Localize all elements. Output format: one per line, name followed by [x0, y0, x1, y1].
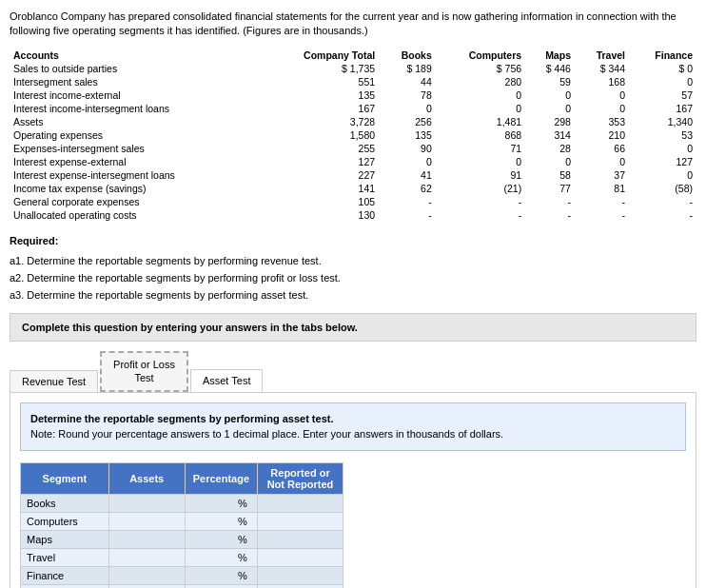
table-cell: 0 [436, 102, 525, 115]
tab-content: Determine the reportable segments by per… [10, 392, 696, 588]
reported-input-cell[interactable] [258, 512, 343, 530]
table-cell: 1,580 [262, 128, 380, 142]
percent-symbol: % [238, 516, 247, 527]
percent-symbol: % [238, 534, 247, 545]
reported-input[interactable] [264, 570, 337, 581]
table-cell: 58 [525, 168, 575, 182]
table-cell: 127 [629, 155, 696, 168]
tab-asset[interactable]: Asset Test [190, 369, 264, 392]
segment-name: Books [21, 494, 109, 512]
assets-input[interactable] [115, 552, 179, 563]
assets-input-cell[interactable] [108, 584, 185, 588]
tab-revenue[interactable]: Revenue Test [10, 370, 98, 392]
tabs-row: Revenue Test Profit or Loss Test Asset T… [10, 351, 696, 392]
reported-input-cell[interactable] [258, 566, 343, 584]
table-cell: - [379, 195, 436, 208]
reported-input-cell[interactable] [258, 584, 343, 588]
table-cell: 0 [525, 155, 575, 168]
table-cell: 0 [575, 102, 629, 115]
segment-name: Maps [21, 530, 109, 548]
col-books: Books [379, 49, 436, 62]
table-cell: Interest expense-external [10, 155, 262, 168]
seg-col-assets: Assets [108, 462, 185, 494]
table-cell: Sales to outside parties [10, 62, 262, 75]
percentage-input-cell[interactable]: % [185, 548, 257, 566]
percentage-input[interactable] [191, 570, 238, 581]
table-cell: 37 [575, 168, 629, 182]
percentage-input-cell[interactable]: % [185, 530, 257, 548]
required-section: Required: a1. Determine the reportable s… [10, 233, 696, 304]
assets-input[interactable] [115, 570, 179, 581]
reported-input-cell[interactable] [258, 548, 343, 566]
assets-input[interactable] [115, 534, 179, 545]
percentage-input[interactable] [191, 552, 238, 563]
assets-input-cell[interactable] [108, 530, 185, 548]
table-cell: 91 [436, 168, 525, 182]
table-cell: 0 [436, 88, 525, 102]
assets-input-cell[interactable] [108, 512, 185, 530]
percentage-input[interactable] [191, 516, 238, 527]
required-item-3: a3. Determine the reportable segments by… [10, 287, 696, 304]
table-cell: 53 [629, 128, 696, 142]
table-cell: 77 [525, 182, 575, 195]
seg-col-reported: Reported or Not Reported [258, 462, 343, 494]
reported-input[interactable] [264, 498, 337, 509]
table-cell: 0 [525, 88, 575, 102]
table-cell: $ 0 [629, 62, 696, 75]
percentage-input[interactable] [191, 498, 238, 509]
percentage-input-cell[interactable]: % [185, 584, 257, 588]
table-cell: 62 [379, 182, 436, 195]
segment-name: Computers [21, 512, 109, 530]
assets-input-cell[interactable] [108, 494, 185, 512]
table-cell: $ 756 [436, 62, 525, 75]
seg-col-segment: Segment [21, 462, 109, 494]
table-cell: 280 [436, 75, 525, 88]
table-cell: 57 [629, 88, 696, 102]
table-cell: Expenses-intersegment sales [10, 142, 262, 155]
table-cell: 227 [262, 168, 380, 182]
table-cell: (58) [629, 182, 696, 195]
table-cell: 0 [575, 88, 629, 102]
percentage-input-cell[interactable]: % [185, 494, 257, 512]
segment-table: Segment Assets Percentage Reported or No… [20, 462, 343, 588]
table-cell: 256 [379, 115, 436, 128]
reported-input[interactable] [264, 552, 337, 563]
table-cell: 0 [575, 155, 629, 168]
required-item-1: a1. Determine the reportable segments by… [10, 253, 696, 270]
table-cell: 3,728 [262, 115, 380, 128]
table-cell: - [525, 208, 575, 222]
assets-input[interactable] [115, 516, 179, 527]
table-cell: 41 [379, 168, 436, 182]
table-cell: 105 [262, 195, 380, 208]
table-cell: 0 [525, 102, 575, 115]
table-cell: (21) [436, 182, 525, 195]
reported-input[interactable] [264, 516, 337, 527]
assets-input-cell[interactable] [108, 548, 185, 566]
percent-symbol: % [238, 498, 247, 509]
table-cell: - [629, 195, 696, 208]
assets-input[interactable] [115, 498, 179, 509]
segment-name: Finance [21, 566, 109, 584]
table-cell: 130 [262, 208, 380, 222]
percentage-input[interactable] [191, 534, 238, 545]
table-cell: Intersegment sales [10, 75, 262, 88]
table-cell: 71 [436, 142, 525, 155]
table-cell: 353 [575, 115, 629, 128]
col-maps: Maps [525, 49, 575, 62]
instruction-title: Determine the reportable segments by per… [30, 413, 333, 424]
reported-input-cell[interactable] [258, 530, 343, 548]
percentage-input-cell[interactable]: % [185, 512, 257, 530]
table-cell: 314 [525, 128, 575, 142]
col-travel: Travel [575, 49, 629, 62]
reported-input[interactable] [264, 534, 337, 545]
table-cell: Assets [10, 115, 262, 128]
table-cell: 127 [262, 155, 380, 168]
table-cell: - [436, 195, 525, 208]
reported-input-cell[interactable] [258, 494, 343, 512]
table-cell: 135 [379, 128, 436, 142]
assets-input-cell[interactable] [108, 566, 185, 584]
segment-name: Total [21, 584, 109, 588]
table-cell: 0 [379, 102, 436, 115]
percentage-input-cell[interactable]: % [185, 566, 257, 584]
tab-profit-loss[interactable]: Profit or Loss Test [100, 351, 188, 392]
